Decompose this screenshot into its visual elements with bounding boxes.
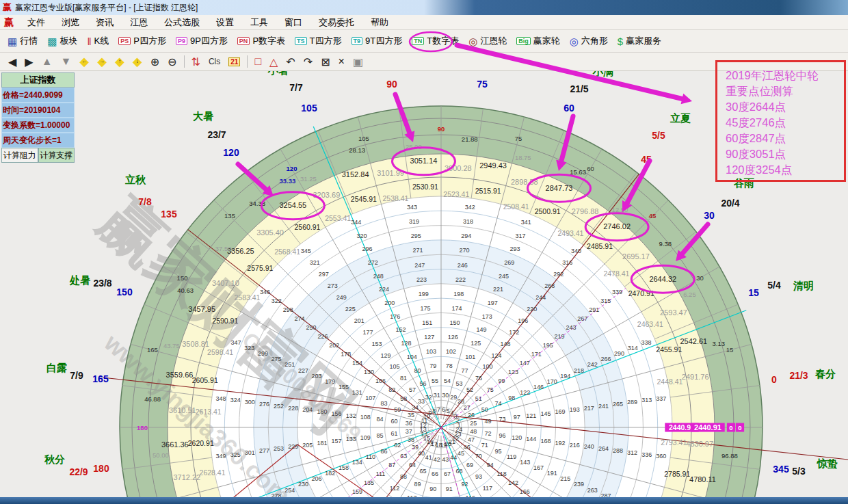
window-titlebar: 赢 赢家江恩专业版[赢家服务平台] - [上证指数 江恩轮]	[0, 0, 848, 15]
svg-text:346: 346	[260, 289, 270, 295]
annotation-line-4: 60度2847点	[726, 131, 844, 146]
svg-text:337: 337	[656, 395, 666, 402]
svg-text:3610.51: 3610.51	[169, 406, 196, 414]
menu-item-6[interactable]: 工具	[242, 16, 276, 29]
svg-text:321: 321	[310, 259, 320, 266]
gann-wheel-button[interactable]: ◎江恩轮	[464, 30, 512, 52]
svg-text:292: 292	[553, 271, 564, 278]
9p-square-button[interactable]: P99P四方形	[171, 30, 233, 52]
scroll-left-button[interactable]: ◀	[4, 55, 21, 68]
pan-left-button[interactable]: ◆←	[75, 54, 93, 69]
svg-text:106: 106	[375, 377, 386, 384]
svg-text:大暑: 大暑	[193, 110, 213, 122]
9t-square-button[interactable]: T99T四方形	[347, 30, 408, 52]
scroll-right-button[interactable]: ▶	[21, 55, 37, 68]
pan-down-button[interactable]: ◆↓	[129, 54, 146, 69]
svg-text:324: 324	[230, 397, 241, 403]
svg-text:218: 218	[574, 367, 584, 374]
svg-text:180: 180	[93, 463, 109, 474]
svg-text:18.75: 18.75	[515, 154, 531, 161]
menu-bar: 赢 文件浏览资讯江恩公式选股设置工具窗口交易委托帮助	[0, 15, 848, 30]
svg-text:159: 159	[352, 488, 362, 495]
svg-text:7/8: 7/8	[138, 196, 152, 207]
calendar-button[interactable]: 21	[224, 57, 244, 66]
svg-text:149: 149	[477, 326, 487, 333]
winner-service-button[interactable]: $赢家服务	[613, 30, 666, 52]
svg-text:60: 60	[391, 418, 398, 425]
menu-item-8[interactable]: 交易委托	[310, 16, 362, 29]
menu-item-2[interactable]: 资讯	[88, 16, 122, 29]
menu-item-1[interactable]: 浏览	[53, 16, 88, 29]
svg-text:147: 147	[520, 360, 530, 367]
main-toolbar: ▦行情▩板块‖K线PSP四方形P99P四方形PNP数字表TST四方形T99T四方…	[0, 30, 848, 53]
kline-button[interactable]: ‖K线	[82, 30, 114, 52]
svg-text:291: 291	[589, 306, 599, 313]
yellow-diamond-left-icon: ←	[81, 58, 87, 64]
menu-item-4[interactable]: 公式选股	[156, 16, 208, 29]
svg-text:70: 70	[475, 453, 482, 460]
t-square-button[interactable]: TST四方形	[290, 30, 346, 52]
svg-text:178: 178	[341, 351, 351, 358]
hexagon-button[interactable]: ◎六角形	[565, 30, 613, 52]
updown-button[interactable]: ⇅	[187, 55, 204, 68]
pan-right-button[interactable]: ◆→	[93, 54, 111, 69]
menu-item-0[interactable]: 文件	[19, 16, 53, 29]
svg-text:195: 195	[543, 342, 553, 349]
svg-text:2847.73: 2847.73	[546, 184, 573, 192]
delete-tool-button[interactable]: ×	[334, 55, 349, 68]
svg-text:121: 121	[526, 412, 536, 419]
t-number-button[interactable]: TNT数字表	[407, 30, 464, 52]
p-square-button[interactable]: PSP四方形	[114, 30, 171, 52]
svg-text:242: 242	[587, 361, 598, 368]
ts-badge-icon: TS	[295, 37, 307, 45]
svg-text:107: 107	[365, 395, 375, 401]
winner-wheel-button[interactable]: Big赢家轮	[512, 30, 565, 52]
svg-text:146: 146	[533, 384, 544, 390]
p-number-button[interactable]: PNP数字表	[233, 30, 290, 52]
menu-item-9[interactable]: 帮助	[362, 16, 397, 29]
menu-item-5[interactable]: 设置	[208, 16, 242, 29]
svg-text:120: 120	[512, 434, 522, 441]
svg-text:240: 240	[584, 443, 594, 450]
zoom-in-button[interactable]: ⊕	[146, 55, 163, 68]
svg-text:32: 32	[425, 394, 432, 401]
triangle-tool-button[interactable]: △	[265, 55, 282, 68]
svg-text:6.25: 6.25	[683, 291, 696, 298]
screen-tool-button[interactable]: ▣	[349, 55, 367, 68]
svg-text:67: 67	[444, 470, 451, 477]
calc-support-button[interactable]: 计算支撑	[38, 148, 75, 163]
svg-text:31.25: 31.25	[300, 175, 317, 183]
svg-text:293: 293	[509, 246, 520, 252]
sectors-button[interactable]: ▩板块	[42, 30, 82, 52]
svg-text:179: 179	[325, 378, 335, 385]
menu-item-7[interactable]: 窗口	[276, 16, 310, 29]
select-box-button[interactable]: ⊠	[317, 55, 334, 68]
quotes-button[interactable]: ▦行情	[3, 30, 42, 52]
pan-up-button[interactable]: ◆↑	[111, 54, 129, 69]
svg-text:35: 35	[408, 412, 414, 419]
svg-text:52: 52	[466, 386, 473, 393]
pointer-up-button[interactable]: ▲	[38, 55, 57, 68]
cls-button[interactable]: Cls	[204, 57, 224, 66]
svg-text:171: 171	[531, 351, 542, 358]
svg-text:0: 0	[729, 424, 732, 432]
svg-text:37.50: 37.50	[215, 245, 232, 252]
svg-text:338: 338	[641, 339, 651, 346]
svg-text:73: 73	[499, 416, 506, 423]
pointer-down-button[interactable]: ▼	[56, 55, 75, 68]
menu-item-3[interactable]: 江恩	[122, 16, 156, 29]
svg-text:0: 0	[771, 374, 777, 385]
svg-text:221: 221	[493, 286, 503, 293]
zoom-out-button[interactable]: ⊖	[163, 55, 181, 68]
rect-tool-button[interactable]: □	[250, 55, 265, 68]
svg-text:295: 295	[411, 233, 421, 239]
rotate-ccw-button[interactable]: ↶	[282, 55, 299, 68]
svg-text:266: 266	[600, 356, 611, 362]
svg-text:142: 142	[508, 479, 518, 486]
svg-text:88: 88	[400, 473, 407, 480]
svg-text:128: 128	[401, 340, 412, 347]
calc-resistance-button[interactable]: 计算阻力	[1, 148, 38, 163]
svg-text:40: 40	[418, 450, 425, 457]
svg-text:102: 102	[446, 348, 456, 355]
rotate-cw-button[interactable]: ↷	[300, 55, 317, 68]
